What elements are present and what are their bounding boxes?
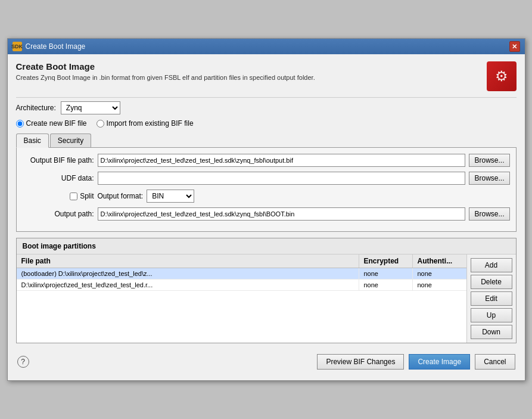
output-path-input[interactable] — [98, 207, 466, 221]
col-header-authen: Authenti... — [413, 254, 466, 268]
dialog-description: Creates Zynq Boot Image in .bin format f… — [16, 74, 315, 81]
create-new-bif-option[interactable]: Create new BIF file — [16, 119, 87, 128]
create-new-bif-radio[interactable] — [16, 120, 24, 128]
format-section: Output format: BIN MCS HEX — [98, 190, 510, 203]
table-row[interactable]: D:\xilinx\project\zed_test_led\zed_test_… — [17, 280, 466, 291]
output-path-browse-button[interactable]: Browse... — [469, 207, 509, 221]
output-path-row: Output path: Browse... — [23, 207, 510, 221]
row-2-filepath: D:\xilinx\project\zed_test_led\zed_test_… — [17, 280, 359, 290]
header-text: Create Boot Image Creates Zynq Boot Imag… — [16, 61, 315, 81]
footer: ? Preview BIF Changes Create Image Cance… — [16, 350, 517, 373]
up-button[interactable]: Up — [471, 308, 512, 322]
output-bif-browse-button[interactable]: Browse... — [469, 154, 509, 167]
dialog-title: Create Boot Image — [16, 61, 315, 72]
partitions-body: File path Encrypted Authenti... (bootloa… — [17, 254, 516, 343]
udf-data-label: UDF data: — [23, 174, 94, 182]
edit-button[interactable]: Edit — [471, 291, 512, 306]
down-button[interactable]: Down — [471, 325, 512, 339]
col-header-filepath: File path — [17, 254, 359, 268]
create-new-bif-label: Create new BIF file — [26, 119, 87, 128]
close-button[interactable]: ✕ — [509, 41, 520, 52]
row-2-authen: none — [413, 280, 466, 290]
delete-button[interactable]: Delete — [471, 275, 512, 289]
import-bif-radio[interactable] — [97, 120, 104, 128]
title-bar-title: Create Boot Image — [26, 42, 86, 51]
arch-row: Architecture: Zynq ZynqMP — [16, 101, 517, 114]
udf-data-input[interactable] — [98, 172, 466, 185]
tab-security[interactable]: Security — [50, 134, 91, 147]
table-header: File path Encrypted Authenti... — [17, 254, 466, 268]
import-bif-label: Import from existing BIF file — [107, 119, 194, 128]
col-header-encrypted: Encrypted — [359, 254, 413, 268]
preview-bif-button[interactable]: Preview BIF Changes — [317, 354, 404, 370]
output-bif-label: Output BIF file path: — [23, 156, 94, 165]
dialog-window: SDK Create Boot Image ✕ Create Boot Imag… — [7, 38, 525, 381]
title-bar: SDK Create Boot Image ✕ — [8, 39, 525, 54]
split-format-row: Split Output format: BIN MCS HEX — [23, 190, 510, 203]
row-1-filepath: (bootloader) D:\xilinx\project\zed_test_… — [17, 268, 359, 279]
row-1-authen: none — [413, 268, 466, 279]
cancel-button[interactable]: Cancel — [475, 354, 515, 370]
add-button[interactable]: Add — [471, 258, 512, 272]
partitions-side-buttons: Add Delete Edit Up Down — [467, 254, 516, 343]
split-label: Split — [80, 192, 94, 200]
tab-basic-content: Output BIF file path: Browse... UDF data… — [16, 148, 517, 232]
arch-select[interactable]: Zynq ZynqMP — [61, 101, 120, 114]
split-section: Split — [23, 192, 94, 200]
header-section: Create Boot Image Creates Zynq Boot Imag… — [16, 61, 517, 91]
header-icon — [487, 61, 517, 91]
output-bif-input[interactable] — [98, 154, 466, 167]
udf-data-browse-button[interactable]: Browse... — [469, 172, 509, 185]
bif-options-row: Create new BIF file Import from existing… — [16, 119, 517, 128]
partitions-table: File path Encrypted Authenti... (bootloa… — [17, 254, 467, 343]
help-button[interactable]: ? — [17, 356, 29, 368]
divider-1 — [16, 97, 517, 98]
dialog-body: Create Boot Image Creates Zynq Boot Imag… — [8, 54, 525, 380]
output-format-select[interactable]: BIN MCS HEX — [147, 190, 194, 203]
table-rows: (bootloader) D:\xilinx\project\zed_test_… — [17, 268, 466, 291]
row-2-encrypted: none — [359, 280, 413, 290]
sdk-icon: SDK — [13, 42, 22, 51]
row-1-encrypted: none — [359, 268, 413, 279]
import-bif-option[interactable]: Import from existing BIF file — [97, 119, 194, 128]
arch-label: Architecture: — [16, 104, 56, 112]
create-image-button[interactable]: Create Image — [409, 354, 470, 370]
tab-bar: Basic Security — [16, 134, 517, 148]
footer-buttons: Preview BIF Changes Create Image Cancel — [317, 354, 515, 370]
tab-basic[interactable]: Basic — [16, 134, 49, 148]
partitions-section: Boot image partitions File path Encrypte… — [16, 238, 517, 343]
output-bif-row: Output BIF file path: Browse... — [23, 154, 510, 167]
udf-data-row: UDF data: Browse... — [23, 172, 510, 185]
table-row[interactable]: (bootloader) D:\xilinx\project\zed_test_… — [17, 268, 466, 280]
title-bar-left: SDK Create Boot Image — [13, 42, 86, 51]
output-path-label: Output path: — [23, 210, 94, 218]
partitions-header: Boot image partitions — [17, 238, 516, 254]
output-format-label: Output format: — [98, 192, 144, 200]
split-checkbox[interactable] — [70, 193, 77, 200]
tabs-container: Basic Security Output BIF file path: Bro… — [16, 134, 517, 232]
